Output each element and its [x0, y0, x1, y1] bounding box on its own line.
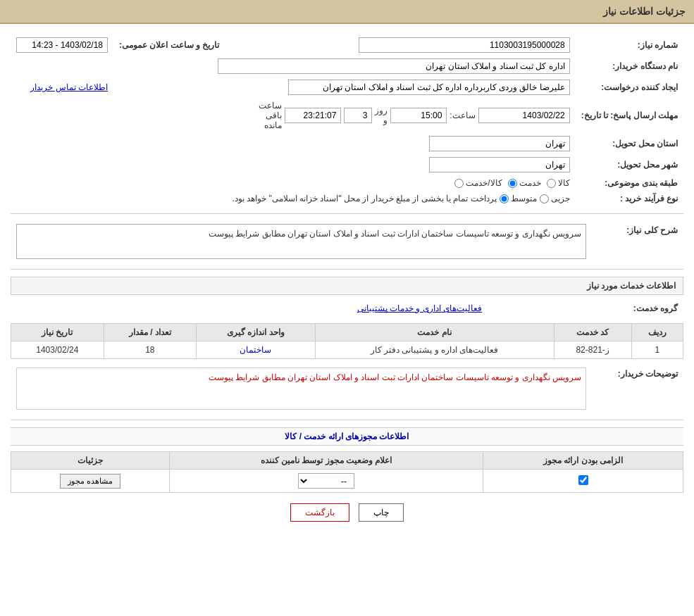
- deadline-days-input[interactable]: [344, 108, 372, 123]
- permit-col-required: الزامی بودن ارائه مجوز: [483, 452, 683, 470]
- buyer-org-label: نام دستگاه خریدار:: [576, 56, 683, 77]
- table-row: 1 ز-821-82 فعالیت‌های اداره و پشتیبانی د…: [11, 341, 683, 359]
- cell-service-name: فعالیت‌های اداره و پشتیبانی دفتر کار: [315, 341, 554, 359]
- requester-input[interactable]: [288, 80, 570, 95]
- radio-jozi-input[interactable]: [540, 194, 549, 203]
- service-form-table: گروه خدمت: فعالیت‌های اداری و خدمات پشتی…: [11, 301, 683, 316]
- divider-1: [11, 213, 683, 214]
- radio-kala: کالا: [547, 178, 570, 188]
- permit-cell-required: [483, 470, 683, 493]
- permit-table: الزامی بودن ارائه مجوز اعلام وضعیت مجوز …: [11, 451, 683, 493]
- cell-date: 1403/02/24: [11, 341, 104, 359]
- process-label: نوع فرآیند خرید :: [576, 191, 683, 206]
- buyer-notes-label: توضیحات خریدار:: [592, 365, 683, 413]
- page-wrapper: جزئیات اطلاعات نیاز شماره نیاز: تاریخ و …: [0, 0, 694, 616]
- radio-khedmat-input[interactable]: [508, 179, 517, 188]
- permit-col-details: جزئیات: [11, 452, 170, 470]
- province-input[interactable]: [429, 136, 570, 151]
- need-number-input[interactable]: [359, 37, 570, 53]
- category-label: طبقه بندی موضوعی:: [576, 175, 683, 191]
- category-radio-group: کالا خدمت کالا/خدمت: [454, 178, 569, 188]
- motovaset-label: متوسط: [511, 194, 537, 203]
- radio-khedmat: خدمت: [508, 178, 541, 188]
- contact-link[interactable]: اطلاعات تماس خریدار: [30, 82, 108, 92]
- requester-label: ایجاد کننده درخواست:: [576, 77, 683, 98]
- buyer-org-input[interactable]: [218, 58, 570, 74]
- need-number-label: شماره نیاز:: [576, 34, 683, 56]
- deadline-days-label: روز و: [375, 106, 388, 125]
- radio-motovaset-input[interactable]: [500, 194, 509, 203]
- cell-row-num: 1: [631, 341, 683, 359]
- deadline-remaining: ساعت باقی مانده: [259, 101, 282, 130]
- khedmat-label: خدمت: [519, 178, 541, 188]
- general-desc-value: سرویس نگهداری و توسعه تاسیسات ساختمان اد…: [16, 224, 586, 259]
- button-row: چاپ بازگشت: [11, 493, 683, 532]
- back-button[interactable]: بازگشت: [290, 503, 349, 522]
- radio-jozi: جزیی: [540, 194, 570, 203]
- col-need-date: تاریخ نیاز: [11, 324, 104, 341]
- permit-cell-status: --: [170, 470, 483, 493]
- radio-kala-khedmat: کالا/خدمت: [454, 178, 502, 188]
- deadline-seconds-input[interactable]: [285, 108, 341, 123]
- description-form-table: شرح کلی نیاز: سرویس نگهداری و توسعه تاسی…: [11, 221, 683, 262]
- province-label: استان محل تحویل:: [576, 133, 683, 154]
- permit-col-status: اعلام وضعیت مجوز توسط نامین کننده: [170, 452, 483, 470]
- divider-2: [11, 269, 683, 270]
- deadline-time-input[interactable]: [390, 108, 447, 123]
- radio-kala-input[interactable]: [547, 179, 556, 188]
- permit-required-checkbox[interactable]: [578, 475, 588, 485]
- col-service-name: نام خدمت: [315, 324, 554, 341]
- divider-3: [11, 420, 683, 420]
- kala-label: کالا: [558, 178, 570, 188]
- page-header: جزئیات اطلاعات نیاز: [0, 0, 694, 24]
- permit-status-select[interactable]: --: [298, 473, 354, 489]
- main-content: شماره نیاز: تاریخ و ساعت اعلان عمومی: نا…: [0, 24, 694, 543]
- kala-khedmat-label: کالا/خدمت: [466, 178, 502, 188]
- view-permit-button[interactable]: مشاهده مجوز: [60, 474, 120, 489]
- page-title: جزئیات اطلاعات نیاز: [603, 6, 686, 17]
- general-desc-label: شرح کلی نیاز:: [592, 221, 683, 262]
- service-info-title: اطلاعات خدمات مورد نیاز: [11, 277, 683, 295]
- print-button[interactable]: چاپ: [359, 503, 404, 522]
- col-service-code: کد خدمت: [554, 324, 631, 341]
- permit-row: -- مشاهده مجوز: [11, 470, 683, 493]
- announce-label: تاریخ و ساعت اعلان عمومی:: [113, 34, 225, 56]
- cell-quantity: 18: [104, 341, 196, 359]
- service-group-label: گروه خدمت:: [488, 301, 683, 316]
- col-unit: واحد اندازه گیری: [197, 324, 315, 341]
- city-label: شهر محل تحویل:: [576, 154, 683, 175]
- city-input[interactable]: [429, 157, 570, 172]
- announce-input[interactable]: [16, 37, 108, 53]
- service-data-table: ردیف کد خدمت نام خدمت واحد اندازه گیری ت…: [11, 323, 683, 359]
- process-note: پرداخت تمام یا بخشی از مبلغ خریدار از مح…: [232, 194, 496, 203]
- radio-kala-khedmat-input[interactable]: [454, 179, 464, 188]
- info-form-table: شماره نیاز: تاریخ و ساعت اعلان عمومی: نا…: [11, 34, 683, 206]
- cell-unit[interactable]: ساختمان: [197, 341, 315, 359]
- deadline-time-label: ساعت:: [450, 111, 475, 120]
- cell-service-code: ز-821-82: [554, 341, 631, 359]
- permit-section-title: اطلاعات مجوزهای ارائه خدمت / کالا: [11, 427, 683, 446]
- buyer-notes-table: توضیحات خریدار: سرویس نگهداری و توسعه تا…: [11, 365, 683, 413]
- deadline-label: مهلت ارسال پاسخ: تا تاریخ:: [576, 98, 683, 133]
- deadline-date-input[interactable]: [478, 108, 570, 123]
- radio-motovaset: متوسط: [500, 194, 537, 203]
- col-row-num: ردیف: [631, 324, 683, 341]
- jozi-label: جزیی: [551, 194, 570, 203]
- permit-cell-details: مشاهده مجوز: [11, 470, 170, 493]
- buyer-notes-value: سرویس نگهداری و توسعه تاسیسات ساختمان اد…: [16, 367, 586, 410]
- service-group-value[interactable]: فعالیت‌های اداری و خدمات پشتیبانی: [357, 303, 482, 313]
- col-quantity: تعداد / مقدار: [104, 324, 196, 341]
